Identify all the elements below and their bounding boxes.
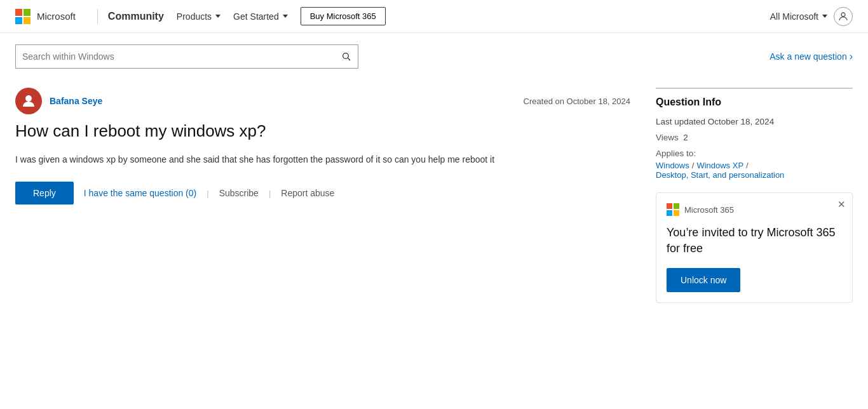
applies-link-windows[interactable]: Windows xyxy=(656,161,689,170)
all-microsoft-dropdown[interactable]: All Microsoft xyxy=(770,11,827,22)
views-row: Views 2 xyxy=(656,133,853,142)
chevron-right-icon: › xyxy=(850,51,853,62)
promo-close-button[interactable]: ✕ xyxy=(837,199,846,209)
report-abuse-link[interactable]: Report abuse xyxy=(281,188,334,198)
search-area: Ask a new question › xyxy=(0,33,868,75)
applies-link-desktop[interactable]: Desktop, Start, and personalization xyxy=(656,170,784,180)
question-info-title: Question Info xyxy=(656,97,853,108)
author-row: Bafana Seye Created on October 18, 2024 xyxy=(15,88,630,114)
svg-point-3 xyxy=(25,95,32,102)
promo-text: You’re invited to try Microsoft 365 for … xyxy=(667,225,842,257)
created-date: Created on October 18, 2024 xyxy=(524,97,630,106)
svg-line-2 xyxy=(348,58,350,60)
microsoft-logo xyxy=(15,9,31,24)
user-profile-button[interactable] xyxy=(834,7,853,26)
applies-to-links: Windows / Windows XP / Desktop, Start, a… xyxy=(656,161,853,180)
chevron-down-icon xyxy=(822,15,827,18)
search-button[interactable] xyxy=(341,51,351,62)
promo-card-header: Microsoft 365 xyxy=(667,203,842,216)
search-input[interactable] xyxy=(22,51,341,62)
chevron-down-icon xyxy=(283,15,288,18)
buy-microsoft-365-button[interactable]: Buy Microsoft 365 xyxy=(301,7,386,25)
question-info-box: Question Info Last updated October 18, 2… xyxy=(656,88,853,180)
sidebar: Question Info Last updated October 18, 2… xyxy=(656,88,853,303)
reply-button[interactable]: Reply xyxy=(15,182,74,204)
nav-products[interactable]: Products xyxy=(177,11,220,22)
question-title: How can I reboot my windows xp? xyxy=(15,121,630,142)
applies-link-windows-xp[interactable]: Windows XP xyxy=(696,161,743,170)
author-name[interactable]: Bafana Seye xyxy=(50,96,102,106)
header-right: All Microsoft xyxy=(770,7,853,26)
action-separator: | xyxy=(269,189,271,198)
header-divider xyxy=(97,9,98,24)
logo-area[interactable]: Microsoft xyxy=(15,9,76,24)
applies-to-row: Applies to: Windows / Windows XP / Deskt… xyxy=(656,149,853,180)
last-updated-row: Last updated October 18, 2024 xyxy=(656,117,853,126)
unlock-now-button[interactable]: Unlock now xyxy=(667,268,740,292)
same-question-link[interactable]: I have the same question (0) xyxy=(84,188,196,198)
promo-card: Microsoft 365 ✕ You’re invited to try Mi… xyxy=(656,192,853,303)
action-separator: | xyxy=(207,189,208,198)
svg-point-1 xyxy=(343,53,349,59)
avatar xyxy=(15,88,42,114)
question-area: Bafana Seye Created on October 18, 2024 … xyxy=(15,88,630,303)
nav-community[interactable]: Community xyxy=(108,11,164,22)
search-box[interactable] xyxy=(15,44,358,69)
action-row: Reply I have the same question (0) | Sub… xyxy=(15,182,630,204)
svg-point-0 xyxy=(841,13,845,17)
question-body: I was given a windows xp by someone and … xyxy=(15,152,630,166)
nav-get-started[interactable]: Get Started xyxy=(233,11,288,22)
chevron-down-icon xyxy=(215,15,220,18)
main-layout: Bafana Seye Created on October 18, 2024 … xyxy=(0,75,868,316)
promo-brand: Microsoft 365 xyxy=(684,205,734,215)
header: Microsoft Community Products Get Started… xyxy=(0,0,868,33)
subscribe-link[interactable]: Subscribe xyxy=(219,188,259,198)
ms365-logo xyxy=(667,203,679,216)
brand-name: Microsoft xyxy=(37,11,76,22)
ask-new-question-link[interactable]: Ask a new question › xyxy=(770,51,853,62)
